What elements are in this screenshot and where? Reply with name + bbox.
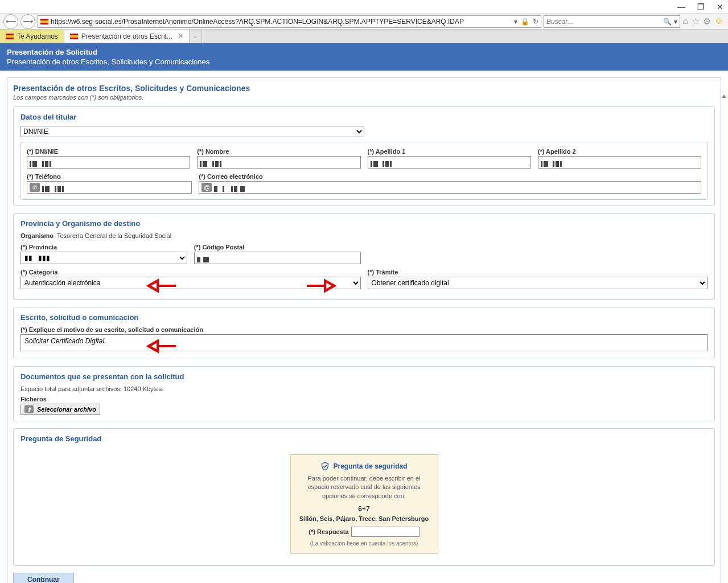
tramite-label: (*) Trámite xyxy=(368,269,708,276)
apellido2-input[interactable] xyxy=(538,156,701,169)
restore-icon[interactable]: ❐ xyxy=(696,2,705,11)
forward-button[interactable]: ⟶ xyxy=(20,14,35,29)
page-header: Presentación de Solicitud Presentación d… xyxy=(0,43,728,71)
search-input[interactable] xyxy=(546,18,663,26)
section-security: Pregunta de Seguridad Pregunta de seguri… xyxy=(13,428,715,566)
security-text: Para poder continuar, debe escribir en e… xyxy=(299,474,430,500)
tab-te-ayudamos[interactable]: Te Ayudamos xyxy=(0,30,64,43)
page-title: Presentación de Solicitud xyxy=(7,48,721,56)
motivo-textarea[interactable] xyxy=(20,334,708,351)
apellido2-label: (*) Apellido 2 xyxy=(538,148,701,155)
nombre-label: (*) Nombre xyxy=(197,148,360,155)
shield-icon xyxy=(320,462,330,471)
categoria-select[interactable]: Autenticación electrónica xyxy=(20,277,361,289)
url-actions: ▾ 🔒 ↻ xyxy=(514,18,538,26)
section-title: Datos del titular xyxy=(20,113,708,121)
tab-close-icon[interactable]: ✕ xyxy=(178,32,183,40)
form-hint: Los campos marcados con (*) son obligato… xyxy=(13,94,715,101)
cp-input[interactable] xyxy=(194,252,361,264)
search-box[interactable]: 🔍 ▾ xyxy=(544,15,680,28)
section-datos-titular: Datos del titular DNI/NIE (*) DNI/NIE (*… xyxy=(13,106,715,206)
upload-icon: ⬆ xyxy=(24,405,34,413)
tab-flag-icon xyxy=(6,34,14,39)
section-escrito: Escrito, solicitud o comunicación (*) Ex… xyxy=(13,307,715,359)
file-select-button[interactable]: ⬆ Seleccionar archivo xyxy=(20,404,100,415)
correo-label: (*) Correo electrónico xyxy=(199,173,701,180)
home-icon[interactable]: ⌂ xyxy=(682,16,688,27)
security-box-title: Pregunta de seguridad xyxy=(299,462,430,471)
apellido1-label: (*) Apellido 1 xyxy=(368,148,531,155)
section-title: Pregunta de Seguridad xyxy=(20,434,708,443)
close-window-icon[interactable]: ✕ xyxy=(715,2,725,11)
url-text: https://w6.seg-social.es/ProsaInternetAn… xyxy=(51,18,514,26)
tramite-select[interactable]: Obtener certificado digital xyxy=(368,277,708,289)
apellido1-input[interactable] xyxy=(368,156,531,169)
site-flag-icon xyxy=(40,19,48,24)
lock-icon: 🔒 xyxy=(521,18,529,26)
email-icon: @ xyxy=(201,183,212,192)
titular-fields: (*) DNI/NIE (*) Nombre (*) Apellido 1 xyxy=(20,142,708,200)
security-options: Sillón, Seis, Pájaro, Trece, San Petersb… xyxy=(299,515,430,522)
tab-label: Presentación de otros Escrit... xyxy=(81,32,172,40)
id-type-select[interactable]: DNI/NIE xyxy=(20,126,364,137)
tab-strip: Te Ayudamos Presentación de otros Escrit… xyxy=(0,30,728,43)
security-box: Pregunta de seguridad Para poder continu… xyxy=(290,454,438,554)
browser-toolbar: ⟵ ⟶ https://w6.seg-social.es/ProsaIntern… xyxy=(0,14,728,30)
docs-hint: Espacio total para adjuntar archivos: 10… xyxy=(20,385,708,392)
section-title: Escrito, solicitud o comunicación xyxy=(20,313,708,322)
scroll-up-icon[interactable] xyxy=(721,93,727,100)
categoria-label: (*) Categoría xyxy=(20,269,361,276)
nombre-input[interactable] xyxy=(197,156,360,169)
tab-flag-icon xyxy=(70,34,78,39)
organismo-line: Organismo Tesorería General de la Seguri… xyxy=(20,232,708,239)
form-title: Presentación de otros Escritos, Solicitu… xyxy=(13,84,715,93)
settings-icon[interactable]: ⚙ xyxy=(703,16,711,27)
respuesta-label: (*) Respuesta xyxy=(309,528,348,535)
dni-input[interactable] xyxy=(27,156,190,169)
new-tab-button[interactable]: ▫ xyxy=(190,30,202,43)
security-note: (La validación tiene en cuenta los acent… xyxy=(299,540,430,547)
favorites-icon[interactable]: ☆ xyxy=(692,16,700,27)
search-icon[interactable]: 🔍 xyxy=(663,18,672,26)
search-dropdown-icon[interactable]: ▾ xyxy=(674,18,677,26)
correo-input[interactable]: @ xyxy=(199,181,701,194)
phone-icon: ✆ xyxy=(30,183,40,192)
ficheros-label: Ficheros xyxy=(20,396,708,403)
reload-icon[interactable]: ↻ xyxy=(533,18,538,26)
telefono-label: (*) Teléfono xyxy=(27,173,192,180)
continue-button[interactable]: Continuar xyxy=(13,573,74,583)
window-controls: — ❐ ✕ xyxy=(0,0,728,14)
browser-right-icons: ⌂ ☆ ⚙ ☺ xyxy=(682,16,725,27)
dropdown-icon[interactable]: ▾ xyxy=(514,18,517,26)
page-subtitle: Presentación de otros Escritos, Solicitu… xyxy=(7,58,721,66)
section-title: Documentos que se presentan con la solic… xyxy=(20,372,708,381)
tab-presentacion[interactable]: Presentación de otros Escrit... ✕ xyxy=(64,30,190,43)
tab-label: Te Ayudamos xyxy=(17,32,58,40)
section-documentos: Documentos que se presentan con la solic… xyxy=(13,366,715,421)
provincia-select[interactable]: ▮▮ ▮▮▮ xyxy=(20,252,187,264)
security-question: 6+7 xyxy=(299,505,430,513)
motivo-label: (*) Explique el motivo de su escrito, so… xyxy=(20,326,708,333)
dni-label: (*) DNI/NIE xyxy=(27,148,190,155)
address-bar[interactable]: https://w6.seg-social.es/ProsaInternetAn… xyxy=(38,15,541,28)
feedback-icon[interactable]: ☺ xyxy=(714,16,723,27)
section-title: Provincia y Organismo de destino xyxy=(20,219,708,228)
cp-label: (*) Código Postal xyxy=(194,244,361,251)
minimize-icon[interactable]: — xyxy=(677,2,686,11)
section-provincia: Provincia y Organismo de destino Organis… xyxy=(13,213,715,300)
respuesta-input[interactable] xyxy=(351,527,419,537)
provincia-label: (*) Provincia xyxy=(20,244,187,251)
telefono-input[interactable]: ✆ xyxy=(27,181,192,194)
back-button[interactable]: ⟵ xyxy=(3,14,18,29)
